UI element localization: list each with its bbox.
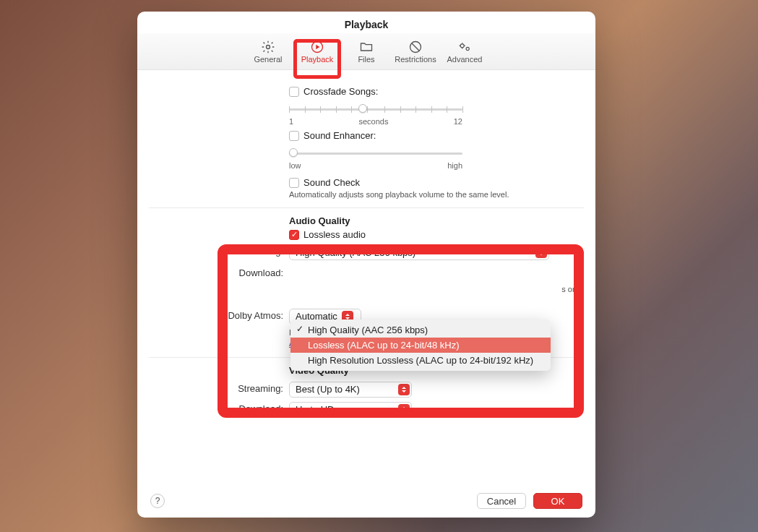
enhancer-checkbox[interactable]: Sound Enhancer: (289, 130, 584, 141)
tab-general[interactable]: General (244, 36, 293, 65)
download-option-high-quality[interactable]: High Quality (AAC 256 kbps) (290, 322, 551, 338)
sound-check-hint: Automatically adjusts song playback volu… (289, 189, 584, 200)
tab-files[interactable]: Files (342, 36, 391, 65)
folder-icon (342, 39, 391, 55)
tab-label: Playback (293, 55, 342, 64)
download-option-lossless[interactable]: Lossless (ALAC up to 24-bit/48 kHz) (290, 338, 551, 353)
ok-button[interactable]: OK (533, 493, 582, 509)
crossfade-slider[interactable] (289, 103, 462, 116)
svg-point-0 (267, 46, 270, 49)
video-streaming-label: Streaming: (149, 382, 289, 394)
truncated-hint: s on (289, 284, 584, 295)
checkbox-icon (289, 131, 299, 141)
enhancer-label: Sound Enhancer: (303, 130, 376, 141)
download-label: Download: (149, 266, 289, 278)
tab-restrictions[interactable]: Restrictions (391, 36, 440, 65)
select-arrow-icon (398, 384, 410, 395)
tab-bar: General Playback Files Restrictions Adva… (137, 33, 595, 70)
play-circle-icon (293, 39, 342, 55)
slider-low: low (289, 161, 301, 170)
tab-playback[interactable]: Playback (293, 36, 342, 65)
dolby-label: Dolby Atmos: (149, 309, 289, 321)
video-streaming-value: Best (Up to 4K) (296, 384, 360, 395)
sound-check-checkbox[interactable]: Sound Check (289, 177, 584, 188)
checkbox-icon (289, 87, 299, 97)
crossfade-label: Crossfade Songs: (303, 86, 378, 97)
video-download-value: Up to HD (296, 404, 334, 415)
gear-icon (244, 39, 293, 55)
tab-advanced[interactable]: Advanced (440, 36, 489, 65)
video-download-select[interactable]: Up to HD (289, 402, 412, 418)
svg-point-3 (460, 44, 464, 48)
streaming-select[interactable]: High Quality (AAC 256 kbps) (289, 244, 549, 260)
video-streaming-select[interactable]: Best (Up to 4K) (289, 382, 412, 398)
tab-label: General (244, 55, 293, 64)
streaming-value: High Quality (AAC 256 kbps) (296, 247, 415, 258)
svg-point-4 (466, 47, 469, 50)
no-symbol-icon (391, 39, 440, 55)
settings-window: Playback General Playback Files Restrict… (137, 12, 595, 518)
streaming-label: Streaming: (149, 244, 289, 257)
help-button[interactable]: ? (150, 494, 165, 508)
sound-check-label: Sound Check (303, 177, 360, 188)
slider-high: high (447, 161, 462, 170)
slider-max: 12 (454, 117, 462, 126)
tab-label: Advanced (440, 55, 489, 64)
checkbox-checked-icon: ✓ (289, 230, 299, 240)
download-option-hires[interactable]: High Resolution Lossless (ALAC up to 24-… (290, 353, 551, 368)
tab-label: Files (342, 55, 391, 64)
video-download-label: Download: (149, 402, 289, 414)
slider-unit: seconds (293, 117, 454, 126)
audio-quality-heading: Audio Quality (289, 215, 584, 226)
select-arrow-icon (398, 404, 410, 416)
enhancer-slider[interactable] (289, 147, 462, 160)
checkbox-icon (289, 178, 299, 188)
window-title: Playback (137, 12, 595, 33)
download-options-popup: High Quality (AAC 256 kbps) Lossless (AL… (290, 319, 551, 371)
select-arrow-icon (535, 246, 547, 258)
dialog-footer: ? Cancel OK (137, 484, 595, 518)
crossfade-checkbox[interactable]: Crossfade Songs: (289, 86, 584, 97)
gears-icon (440, 39, 489, 55)
cancel-button[interactable]: Cancel (477, 493, 526, 509)
lossless-label: Lossless audio (303, 229, 366, 240)
tab-label: Restrictions (391, 55, 440, 64)
lossless-checkbox[interactable]: ✓ Lossless audio (289, 229, 584, 240)
